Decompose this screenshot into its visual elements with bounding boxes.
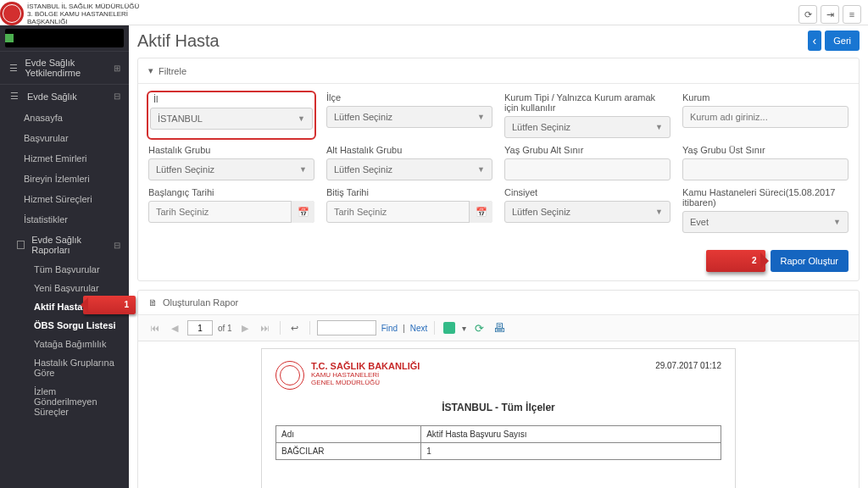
find-next-button[interactable]: Next [410,324,428,333]
topbar: İSTANBUL İL SAĞLIK MÜDÜRLÜĞÜ 3. BÖLGE KA… [0,0,868,25]
chevron-down-icon: ▼ [299,165,307,174]
sidebar-report-izlem[interactable]: İzlem Gönderilmeyen Süreçler [0,382,129,421]
create-report-button[interactable]: Rapor Oluştur [771,250,849,272]
sidebar-sec-main-label: Evde Sağlık [27,92,77,102]
sidebar-item-hizmet-emirleri[interactable]: Hizmet Emirleri [0,148,129,169]
print-button[interactable]: 🖶 [492,320,507,336]
topbar-brand: İSTANBUL İL SAĞLIK MÜDÜRLÜĞÜ 3. BÖLGE KA… [0,2,139,25]
filter-panel-head[interactable]: ▾ Filtrele [138,58,859,84]
first-page-button[interactable]: ⏮ [147,320,162,336]
select-il-value: İSTANBUL [158,114,203,124]
next-page-button[interactable]: ▶ [237,320,253,336]
back-button[interactable]: Geri [825,30,860,51]
report-panel: 🗎 Oluşturulan Rapor ⏮ ◀ of 1 ▶ ⏭ ↩ Find … [137,290,860,488]
find-button[interactable]: Find [381,324,398,333]
input-yas-ust[interactable] [682,158,849,180]
select-kamu[interactable]: Evet▼ [682,211,849,233]
last-page-button[interactable]: ⏭ [258,320,273,336]
export-icon [443,322,455,334]
select-alt-hastalik[interactable]: Lütfen Seçiniz▼ [326,158,492,180]
select-alt-hastalik-value: Lütfen Seçiniz [334,164,392,175]
input-kurum[interactable] [682,106,849,128]
report-logo-block: T.C. SAĞLIK BAKANLIĞI KAMU HASTANELERİ G… [275,361,420,390]
chevron-down-icon: ▼ [655,123,663,131]
parent-report-button[interactable]: ↩ [287,320,303,336]
label-yas-ust: Yaş Grubu Üst Sınır [682,145,849,155]
input-baslangic[interactable] [148,201,314,223]
report-table: Adı Aktif Hasta Başvuru Sayısı BAĞCILAR … [275,425,721,460]
select-kurum-tipi[interactable]: Lütfen Seçiniz▼ [504,116,670,138]
collapse-icon: ⊟ [114,92,120,101]
collapse-icon: ⊟ [114,241,120,250]
refresh-button[interactable]: ⟳ [798,5,817,24]
page-header: Aktif Hasta Geri [137,30,860,51]
logout-button[interactable]: ⇥ [821,5,839,24]
report-date: 29.07.2017 01:12 [655,361,721,370]
report-page: T.C. SAĞLIK BAKANLIĞI KAMU HASTANELERİ G… [261,348,736,488]
report-header-l2: KAMU HASTANELERİ [311,371,420,379]
field-il-highlight: İl İSTANBUL▼ [147,91,316,140]
sidebar-report-obs[interactable]: ÖBS Sorgu Listesi [0,316,129,335]
sidebar: ☰ Evde Sağlık Yetkilendirme ⊞ ☰ Evde Sağ… [0,25,129,488]
select-ilce-value: Lütfen Seçiniz [334,112,392,122]
input-bitis[interactable] [326,201,492,223]
sidebar-item-birey-izlem[interactable]: Bireyin İzlemleri [0,169,129,189]
label-il: İl [153,94,313,104]
label-ilce: İlçe [326,92,492,103]
page-actions: Geri [808,30,860,51]
input-yas-alt[interactable] [504,158,670,180]
refresh-report-button[interactable]: ⟳ [471,320,487,336]
sidebar-item-anasayfa[interactable]: Anasayfa [0,108,129,128]
sidebar-report-hastalik-grup[interactable]: Hastalık Gruplarına Göre [0,353,129,382]
sidebar-sec-reports[interactable]: Evde Sağlık Raporları ⊟ [0,230,129,260]
sidebar-sec-reports-label: Evde Sağlık Raporları [31,235,114,255]
calendar-icon[interactable]: 📅 [469,201,492,223]
sidebar-report-yeni[interactable]: Yeni Başvurular [0,279,129,297]
prev-page-button[interactable]: ◀ [167,320,182,336]
select-ilce[interactable]: Lütfen Seçiniz▼ [326,106,492,128]
find-input[interactable] [317,320,376,336]
calendar-icon[interactable]: 📅 [291,201,314,223]
sidebar-item-basvurular[interactable]: Başvurular [0,128,129,148]
export-button[interactable] [442,320,457,336]
expand-icon: ⊞ [114,64,120,73]
presence-icon [5,34,14,42]
sidebar-item-hizmet-surec[interactable]: Hizmet Süreçleri [0,189,129,209]
topbar-actions: ⟳ ⇥ ≡ [798,2,861,24]
select-hastalik-value: Lütfen Seçiniz [156,164,214,175]
select-hastalik[interactable]: Lütfen Seçiniz▼ [148,158,314,180]
label-bitis: Bitiş Tarihi [326,187,492,197]
chevron-down-icon: ▼ [655,208,663,216]
label-baslangic: Başlangıç Tarihi [148,187,314,197]
filter-heading: Filtrele [159,66,186,76]
label-hastalik: Hastalık Grubu [148,145,314,155]
report-header-l3: GENEL MÜDÜRLÜĞÜ [311,379,420,386]
user-badge[interactable] [5,29,124,47]
sidebar-report-tum[interactable]: Tüm Başvurular [0,260,129,279]
topbar-title: İSTANBUL İL SAĞLIK MÜDÜRLÜĞÜ 3. BÖLGE KA… [27,2,139,25]
callout-1: 1 [83,296,136,314]
label-kurum-tipi: Kurum Tipi / Yalnızca Kurum aramak için … [504,92,670,113]
menu-button[interactable]: ≡ [843,5,861,24]
sidebar-sec-auth[interactable]: ☰ Evde Sağlık Yetkilendirme ⊞ [0,51,129,84]
sidebar-report-aktif[interactable]: Aktif Hasta 1 [0,297,129,316]
label-alt-hastalik: Alt Hastalık Grubu [326,145,492,155]
chevron-down-icon: ▼ [477,113,485,121]
label-cinsiyet: Cinsiyet [504,187,670,197]
report-panel-title: Oluşturulan Rapor [163,297,238,308]
select-il[interactable]: İSTANBUL▼ [150,108,313,130]
clipboard-icon: ☰ [8,63,19,74]
select-cinsiyet[interactable]: Lütfen Seçiniz▼ [504,201,670,223]
table-row: BAĞCILAR 1 [276,443,721,460]
page-number-input[interactable] [187,320,213,336]
report-toolbar: ⏮ ◀ of 1 ▶ ⏭ ↩ Find | Next ▾ ⟳ 🖶 [138,315,859,341]
label-yas-alt: Yaş Grubu Alt Sınır [504,145,670,155]
back-caret-button[interactable] [808,30,822,51]
report-col-name: Adı [276,426,421,443]
ministry-emblem-icon [275,361,304,390]
chevron-down-icon: ▼ [477,165,485,174]
sidebar-item-istatistik[interactable]: İstatistikler [0,209,129,230]
sidebar-sec-main[interactable]: ☰ Evde Sağlık ⊟ [0,84,129,108]
sidebar-report-yataga[interactable]: Yatağa Bağımlılık [0,335,129,353]
chevron-down-icon: ▼ [298,114,305,123]
